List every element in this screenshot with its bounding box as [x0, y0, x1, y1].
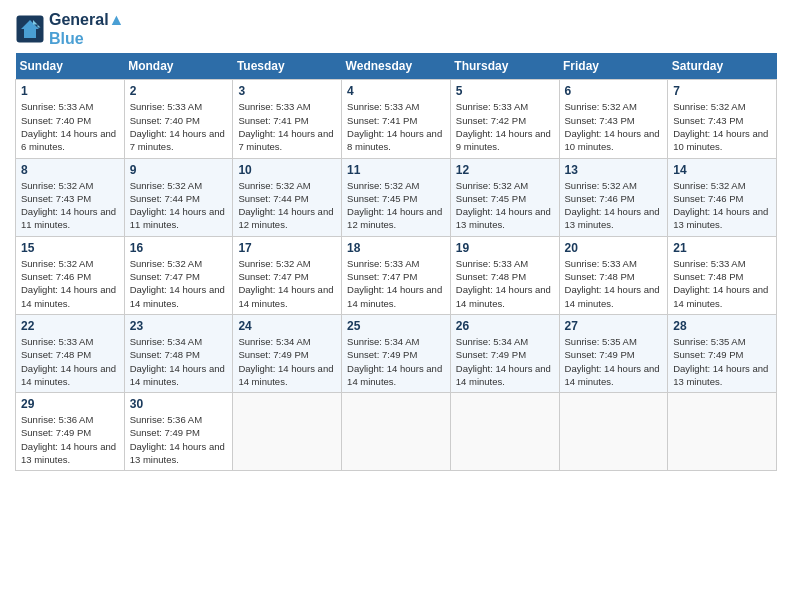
week-row-4: 22 Sunrise: 5:33 AM Sunset: 7:48 PM Dayl… [16, 314, 777, 392]
calendar-cell: 10 Sunrise: 5:32 AM Sunset: 7:44 PM Dayl… [233, 158, 342, 236]
day-info: Sunrise: 5:33 AM Sunset: 7:40 PM Dayligh… [21, 100, 119, 153]
day-number: 25 [347, 319, 445, 333]
calendar-cell: 1 Sunrise: 5:33 AM Sunset: 7:40 PM Dayli… [16, 80, 125, 158]
calendar-cell: 16 Sunrise: 5:32 AM Sunset: 7:47 PM Dayl… [124, 236, 233, 314]
day-number: 5 [456, 84, 554, 98]
logo-icon [15, 14, 45, 44]
calendar-cell: 4 Sunrise: 5:33 AM Sunset: 7:41 PM Dayli… [342, 80, 451, 158]
calendar-cell: 13 Sunrise: 5:32 AM Sunset: 7:46 PM Dayl… [559, 158, 668, 236]
day-header-wednesday: Wednesday [342, 53, 451, 80]
day-header-monday: Monday [124, 53, 233, 80]
day-info: Sunrise: 5:32 AM Sunset: 7:45 PM Dayligh… [347, 179, 445, 232]
day-number: 11 [347, 163, 445, 177]
calendar-cell: 11 Sunrise: 5:32 AM Sunset: 7:45 PM Dayl… [342, 158, 451, 236]
calendar-cell: 2 Sunrise: 5:33 AM Sunset: 7:40 PM Dayli… [124, 80, 233, 158]
day-info: Sunrise: 5:33 AM Sunset: 7:41 PM Dayligh… [238, 100, 336, 153]
day-number: 15 [21, 241, 119, 255]
day-info: Sunrise: 5:32 AM Sunset: 7:43 PM Dayligh… [21, 179, 119, 232]
day-header-tuesday: Tuesday [233, 53, 342, 80]
day-number: 12 [456, 163, 554, 177]
logo: General▲ Blue [15, 10, 124, 48]
calendar-cell: 3 Sunrise: 5:33 AM Sunset: 7:41 PM Dayli… [233, 80, 342, 158]
day-info: Sunrise: 5:34 AM Sunset: 7:49 PM Dayligh… [238, 335, 336, 388]
day-info: Sunrise: 5:32 AM Sunset: 7:47 PM Dayligh… [238, 257, 336, 310]
calendar-cell: 26 Sunrise: 5:34 AM Sunset: 7:49 PM Dayl… [450, 314, 559, 392]
calendar-cell: 28 Sunrise: 5:35 AM Sunset: 7:49 PM Dayl… [668, 314, 777, 392]
day-number: 19 [456, 241, 554, 255]
calendar-cell: 15 Sunrise: 5:32 AM Sunset: 7:46 PM Dayl… [16, 236, 125, 314]
day-number: 4 [347, 84, 445, 98]
week-row-5: 29 Sunrise: 5:36 AM Sunset: 7:49 PM Dayl… [16, 393, 777, 471]
week-row-2: 8 Sunrise: 5:32 AM Sunset: 7:43 PM Dayli… [16, 158, 777, 236]
calendar-cell [559, 393, 668, 471]
day-number: 20 [565, 241, 663, 255]
week-row-1: 1 Sunrise: 5:33 AM Sunset: 7:40 PM Dayli… [16, 80, 777, 158]
calendar-cell [342, 393, 451, 471]
day-header-sunday: Sunday [16, 53, 125, 80]
day-number: 24 [238, 319, 336, 333]
day-number: 21 [673, 241, 771, 255]
day-number: 1 [21, 84, 119, 98]
calendar-cell: 7 Sunrise: 5:32 AM Sunset: 7:43 PM Dayli… [668, 80, 777, 158]
week-row-3: 15 Sunrise: 5:32 AM Sunset: 7:46 PM Dayl… [16, 236, 777, 314]
calendar-cell: 23 Sunrise: 5:34 AM Sunset: 7:48 PM Dayl… [124, 314, 233, 392]
day-number: 26 [456, 319, 554, 333]
day-header-friday: Friday [559, 53, 668, 80]
calendar-cell: 24 Sunrise: 5:34 AM Sunset: 7:49 PM Dayl… [233, 314, 342, 392]
day-info: Sunrise: 5:34 AM Sunset: 7:48 PM Dayligh… [130, 335, 228, 388]
calendar-cell: 21 Sunrise: 5:33 AM Sunset: 7:48 PM Dayl… [668, 236, 777, 314]
day-info: Sunrise: 5:34 AM Sunset: 7:49 PM Dayligh… [456, 335, 554, 388]
day-info: Sunrise: 5:33 AM Sunset: 7:48 PM Dayligh… [565, 257, 663, 310]
day-number: 18 [347, 241, 445, 255]
calendar-cell: 22 Sunrise: 5:33 AM Sunset: 7:48 PM Dayl… [16, 314, 125, 392]
day-info: Sunrise: 5:32 AM Sunset: 7:43 PM Dayligh… [565, 100, 663, 153]
calendar-cell: 12 Sunrise: 5:32 AM Sunset: 7:45 PM Dayl… [450, 158, 559, 236]
calendar-cell: 9 Sunrise: 5:32 AM Sunset: 7:44 PM Dayli… [124, 158, 233, 236]
day-header-thursday: Thursday [450, 53, 559, 80]
day-info: Sunrise: 5:32 AM Sunset: 7:44 PM Dayligh… [130, 179, 228, 232]
day-number: 2 [130, 84, 228, 98]
calendar-cell: 19 Sunrise: 5:33 AM Sunset: 7:48 PM Dayl… [450, 236, 559, 314]
day-info: Sunrise: 5:36 AM Sunset: 7:49 PM Dayligh… [21, 413, 119, 466]
day-info: Sunrise: 5:32 AM Sunset: 7:46 PM Dayligh… [21, 257, 119, 310]
day-number: 23 [130, 319, 228, 333]
calendar-cell: 20 Sunrise: 5:33 AM Sunset: 7:48 PM Dayl… [559, 236, 668, 314]
day-info: Sunrise: 5:34 AM Sunset: 7:49 PM Dayligh… [347, 335, 445, 388]
day-info: Sunrise: 5:33 AM Sunset: 7:48 PM Dayligh… [673, 257, 771, 310]
calendar-cell: 29 Sunrise: 5:36 AM Sunset: 7:49 PM Dayl… [16, 393, 125, 471]
day-info: Sunrise: 5:33 AM Sunset: 7:41 PM Dayligh… [347, 100, 445, 153]
day-info: Sunrise: 5:33 AM Sunset: 7:42 PM Dayligh… [456, 100, 554, 153]
day-number: 22 [21, 319, 119, 333]
day-number: 9 [130, 163, 228, 177]
calendar-table: SundayMondayTuesdayWednesdayThursdayFrid… [15, 53, 777, 471]
day-number: 7 [673, 84, 771, 98]
calendar-cell [450, 393, 559, 471]
calendar-cell: 18 Sunrise: 5:33 AM Sunset: 7:47 PM Dayl… [342, 236, 451, 314]
day-info: Sunrise: 5:35 AM Sunset: 7:49 PM Dayligh… [673, 335, 771, 388]
day-number: 6 [565, 84, 663, 98]
day-number: 27 [565, 319, 663, 333]
day-number: 8 [21, 163, 119, 177]
day-header-saturday: Saturday [668, 53, 777, 80]
calendar-cell [668, 393, 777, 471]
day-number: 17 [238, 241, 336, 255]
day-info: Sunrise: 5:32 AM Sunset: 7:43 PM Dayligh… [673, 100, 771, 153]
day-number: 10 [238, 163, 336, 177]
calendar-cell: 27 Sunrise: 5:35 AM Sunset: 7:49 PM Dayl… [559, 314, 668, 392]
day-info: Sunrise: 5:33 AM Sunset: 7:47 PM Dayligh… [347, 257, 445, 310]
day-info: Sunrise: 5:32 AM Sunset: 7:46 PM Dayligh… [565, 179, 663, 232]
day-number: 13 [565, 163, 663, 177]
day-info: Sunrise: 5:33 AM Sunset: 7:48 PM Dayligh… [456, 257, 554, 310]
day-info: Sunrise: 5:32 AM Sunset: 7:46 PM Dayligh… [673, 179, 771, 232]
day-number: 29 [21, 397, 119, 411]
day-info: Sunrise: 5:32 AM Sunset: 7:47 PM Dayligh… [130, 257, 228, 310]
calendar-cell: 25 Sunrise: 5:34 AM Sunset: 7:49 PM Dayl… [342, 314, 451, 392]
calendar-cell: 17 Sunrise: 5:32 AM Sunset: 7:47 PM Dayl… [233, 236, 342, 314]
calendar-cell: 14 Sunrise: 5:32 AM Sunset: 7:46 PM Dayl… [668, 158, 777, 236]
day-info: Sunrise: 5:33 AM Sunset: 7:40 PM Dayligh… [130, 100, 228, 153]
logo-text: General▲ Blue [49, 10, 124, 48]
day-info: Sunrise: 5:35 AM Sunset: 7:49 PM Dayligh… [565, 335, 663, 388]
page-header: General▲ Blue [15, 10, 777, 48]
calendar-cell [233, 393, 342, 471]
day-number: 14 [673, 163, 771, 177]
